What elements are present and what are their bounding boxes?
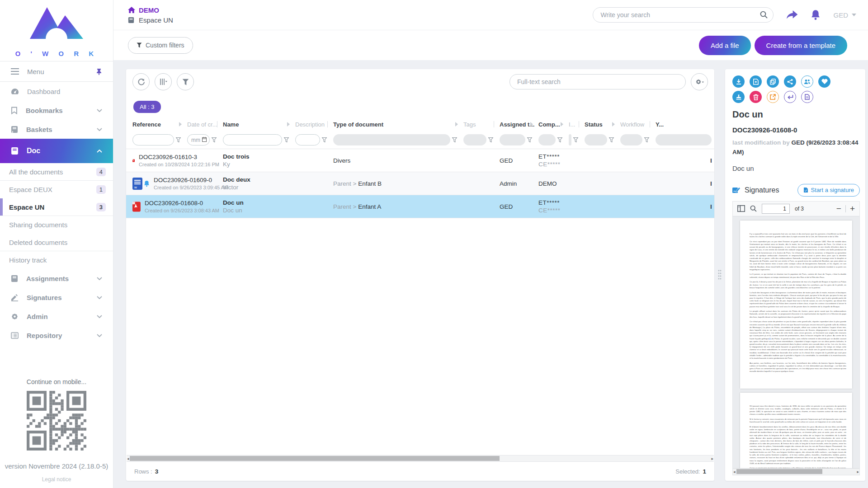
- column-header-reference[interactable]: Reference: [129, 121, 184, 128]
- filter-workflow-input[interactable]: [620, 134, 642, 145]
- column-header-type[interactable]: Type of document: [330, 121, 460, 128]
- funnel-icon[interactable]: [488, 137, 493, 142]
- column-header-status[interactable]: Status: [581, 121, 617, 128]
- column-header-assigned[interactable]: Assigned t...: [496, 121, 535, 128]
- refresh-button[interactable]: [132, 73, 150, 90]
- search-icon[interactable]: [760, 11, 768, 19]
- trash-icon[interactable]: [750, 91, 762, 103]
- sidebar-item-signatures[interactable]: Signatures: [0, 288, 113, 307]
- filter-i-input[interactable]: [569, 134, 571, 145]
- fulltext-search-input[interactable]: [509, 74, 686, 89]
- column-header-i[interactable]: I...: [565, 121, 581, 128]
- table-row[interactable]: DOC230926-01610-3 Created on 10/28/2024 …: [126, 149, 714, 172]
- copy-icon[interactable]: [767, 75, 779, 88]
- funnel-icon[interactable]: [212, 137, 217, 142]
- panel-resize-handle[interactable]: [714, 69, 725, 481]
- filter-type-input[interactable]: [333, 134, 450, 145]
- column-header-y[interactable]: Y...: [652, 121, 714, 128]
- calendar-icon[interactable]: [202, 137, 207, 142]
- legal-notice-link[interactable]: Legal notice: [0, 476, 113, 483]
- sidebar-item-assignments[interactable]: Assignments: [0, 269, 113, 288]
- funnel-icon[interactable]: [452, 137, 457, 142]
- zoom-out-button[interactable]: −: [836, 204, 841, 213]
- column-header-description[interactable]: Description: [292, 121, 330, 128]
- document-icon[interactable]: [801, 91, 813, 103]
- breadcrumb-space[interactable]: Espace UN: [128, 16, 173, 24]
- filter-button[interactable]: [177, 73, 194, 90]
- global-search-input[interactable]: [593, 7, 774, 23]
- filter-assigned-input[interactable]: [500, 134, 525, 145]
- funnel-icon[interactable]: [527, 137, 532, 142]
- custom-filters-button[interactable]: Custom filters: [128, 37, 193, 54]
- page-number-input[interactable]: [762, 204, 790, 214]
- sidebar-item-espace-un[interactable]: Espace UN 3: [0, 198, 113, 216]
- sidebar-item-dashboard[interactable]: Dashboard: [0, 82, 113, 101]
- funnel-icon[interactable]: [644, 137, 649, 142]
- download-icon[interactable]: [732, 75, 745, 88]
- scroll-left-icon[interactable]: ◂: [733, 469, 736, 474]
- table-horizontal-scrollbar[interactable]: ◂ ▸: [127, 455, 714, 462]
- heart-icon[interactable]: [818, 75, 830, 88]
- sidebar-item-baskets[interactable]: Baskets: [0, 120, 113, 139]
- sidebar-item-doc[interactable]: Doc: [0, 139, 113, 163]
- external-link-icon[interactable]: [767, 91, 779, 103]
- sidebar-item-espace-deux[interactable]: Espace DEUX 1: [0, 181, 113, 198]
- funnel-icon[interactable]: [573, 137, 578, 142]
- stamp-icon[interactable]: [732, 91, 745, 103]
- funnel-icon[interactable]: [609, 137, 614, 142]
- add-file-button[interactable]: Add a file: [699, 36, 751, 55]
- filter-status-input[interactable]: [585, 134, 607, 145]
- scroll-right-icon[interactable]: ▸: [711, 456, 713, 461]
- search-icon[interactable]: [750, 205, 757, 212]
- share-icon[interactable]: [786, 10, 798, 20]
- pdf-pages[interactable]: Il y a aujourd'hui trois cent quarante-h…: [733, 216, 859, 468]
- filter-name-input[interactable]: [223, 134, 282, 145]
- sidebar-item-bookmarks[interactable]: Bookmarks: [0, 101, 113, 120]
- share-icon[interactable]: [784, 75, 796, 88]
- return-icon[interactable]: [784, 91, 796, 103]
- column-header-date[interactable]: Date of cr...: [184, 121, 219, 128]
- sidebar-menu-toggle[interactable]: Menu: [0, 61, 113, 82]
- doc-reference: DOC230926-01608-0: [145, 200, 219, 206]
- column-header-comp[interactable]: Comp...: [535, 121, 565, 128]
- filter-description-input[interactable]: [295, 134, 320, 145]
- tab-all[interactable]: All : 3: [133, 101, 161, 113]
- table-empty-space: [126, 218, 714, 455]
- sidebar-item-all-documents[interactable]: All the documents 4: [0, 163, 113, 181]
- breadcrumb-site[interactable]: DEMO: [128, 6, 173, 14]
- pdf-horizontal-scrollbar[interactable]: ◂ ▸: [733, 468, 859, 475]
- table-row-selected[interactable]: DOC230926-01608-0 Created on 9/26/2023 3…: [126, 195, 714, 218]
- sidebar-item-sharing-documents[interactable]: Sharing documents: [0, 216, 113, 234]
- create-from-template-button[interactable]: Create from a template: [755, 36, 847, 55]
- columns-button[interactable]: [155, 73, 172, 90]
- scroll-left-icon[interactable]: ◂: [127, 456, 129, 461]
- zoom-in-button[interactable]: +: [850, 204, 855, 213]
- sidebar-item-admin[interactable]: Admin: [0, 307, 113, 326]
- table-row[interactable]: w DOC230926-01609-0 Created on 9/26/2023…: [126, 172, 714, 195]
- sidebar-toggle-icon[interactable]: [737, 205, 745, 212]
- bell-icon[interactable]: [811, 9, 821, 20]
- filter-y-input[interactable]: [656, 134, 712, 145]
- table-settings-button[interactable]: [691, 73, 708, 90]
- funnel-icon[interactable]: [557, 137, 562, 142]
- filter-tags-input[interactable]: [463, 134, 486, 145]
- start-signature-button[interactable]: Start a signature: [797, 184, 860, 197]
- column-header-tags[interactable]: Tags: [460, 121, 496, 128]
- sidebar-item-repository[interactable]: Repository: [0, 326, 113, 345]
- filter-reference-input[interactable]: [132, 134, 174, 145]
- scroll-right-icon[interactable]: ▸: [857, 469, 859, 474]
- users-icon[interactable]: [801, 75, 813, 88]
- filter-comp-input[interactable]: [538, 134, 556, 145]
- user-menu[interactable]: GED: [833, 11, 856, 19]
- column-header-name[interactable]: Name: [219, 121, 292, 128]
- sidebar-item-deleted-documents[interactable]: Deleted documents: [0, 234, 113, 251]
- scrollbar-thumb[interactable]: [130, 456, 500, 461]
- sidebar-item-history-track[interactable]: History track: [0, 251, 113, 269]
- file-upload-icon[interactable]: [750, 75, 762, 88]
- scrollbar-thumb[interactable]: [736, 469, 822, 474]
- column-header-workflow[interactable]: Workflow: [617, 121, 652, 128]
- pin-icon[interactable]: [96, 68, 102, 75]
- funnel-icon[interactable]: [176, 137, 181, 142]
- funnel-icon[interactable]: [284, 137, 289, 142]
- funnel-icon[interactable]: [322, 137, 327, 142]
